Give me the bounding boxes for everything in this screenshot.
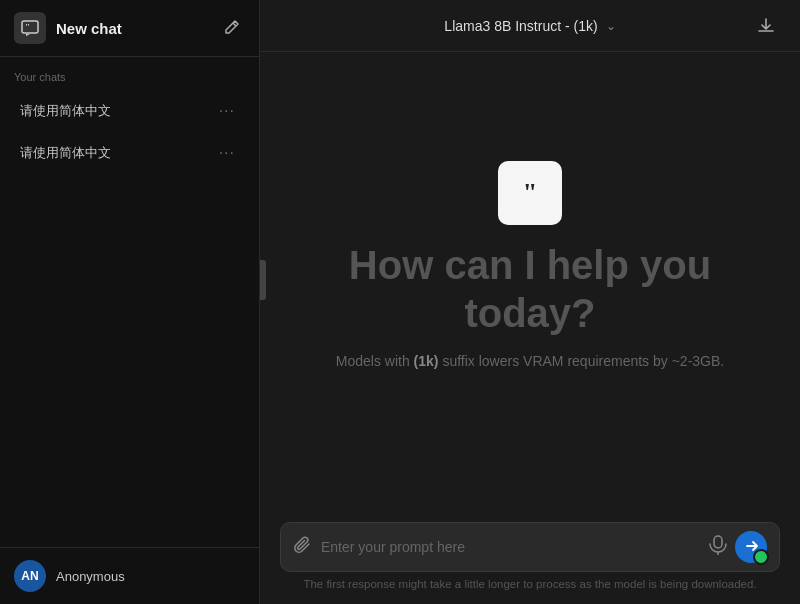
welcome-heading: How can I help you today? — [349, 241, 711, 337]
chat-item-text: 请使用简体中文 — [20, 144, 215, 162]
svg-rect-2 — [714, 536, 722, 548]
sidebar-footer: AN Anonymous — [0, 547, 259, 604]
chat-area: " How can I help you today? Models with … — [260, 52, 800, 508]
chat-list: 请使用简体中文 ··· 请使用简体中文 ··· — [0, 89, 259, 547]
resize-handle[interactable] — [260, 260, 266, 300]
sidebar-title: New chat — [56, 20, 122, 37]
user-name: Anonymous — [56, 569, 125, 584]
chat-item-text: 请使用简体中文 — [20, 102, 215, 120]
model-selector-button[interactable]: Llama3 8B Instruct - (1k) ⌄ — [434, 12, 625, 40]
prompt-input[interactable] — [321, 539, 701, 555]
subtitle-highlight: (1k) — [414, 353, 439, 369]
main-header: Llama3 8B Instruct - (1k) ⌄ — [260, 0, 800, 52]
welcome-subtitle: Models with (1k) suffix lowers VRAM requ… — [336, 353, 724, 369]
main-content: Llama3 8B Instruct - (1k) ⌄ " How can I … — [260, 0, 800, 604]
microphone-icon[interactable] — [709, 535, 727, 560]
welcome-line1: How can I help you — [349, 243, 711, 287]
chat-item[interactable]: 请使用简体中文 ··· — [6, 91, 253, 131]
quote-bubble-icon: " — [498, 161, 562, 225]
chats-section-label: Your chats — [0, 57, 259, 89]
welcome-container: " How can I help you today? Models with … — [336, 161, 724, 369]
svg-text:": " — [25, 22, 30, 32]
subtitle-text-before: Models with — [336, 353, 414, 369]
send-button[interactable] — [735, 531, 767, 563]
input-area: The first response might take a little l… — [260, 508, 800, 604]
avatar: AN — [14, 560, 46, 592]
chat-item[interactable]: 请使用简体中文 ··· — [6, 133, 253, 173]
app-logo-icon: " — [14, 12, 46, 44]
sidebar-header: " New chat — [0, 0, 259, 57]
info-text: The first response might take a little l… — [280, 578, 780, 596]
welcome-line2: today? — [464, 291, 595, 335]
chevron-down-icon: ⌄ — [606, 19, 616, 33]
chat-item-menu-button[interactable]: ··· — [215, 143, 239, 163]
attach-icon[interactable] — [293, 535, 313, 560]
subtitle-text-after: suffix lowers VRAM requirements by ~2-3G… — [439, 353, 725, 369]
chat-item-menu-button[interactable]: ··· — [215, 101, 239, 121]
sidebar: " New chat Your chats 请使用简体中文 ··· 请使用简体中… — [0, 0, 260, 604]
send-arrow-icon — [745, 539, 759, 556]
sidebar-header-left: " New chat — [14, 12, 122, 44]
new-chat-button[interactable] — [217, 14, 245, 42]
download-button[interactable] — [752, 12, 780, 40]
model-name-label: Llama3 8B Instruct - (1k) — [444, 18, 597, 34]
input-row — [280, 522, 780, 572]
